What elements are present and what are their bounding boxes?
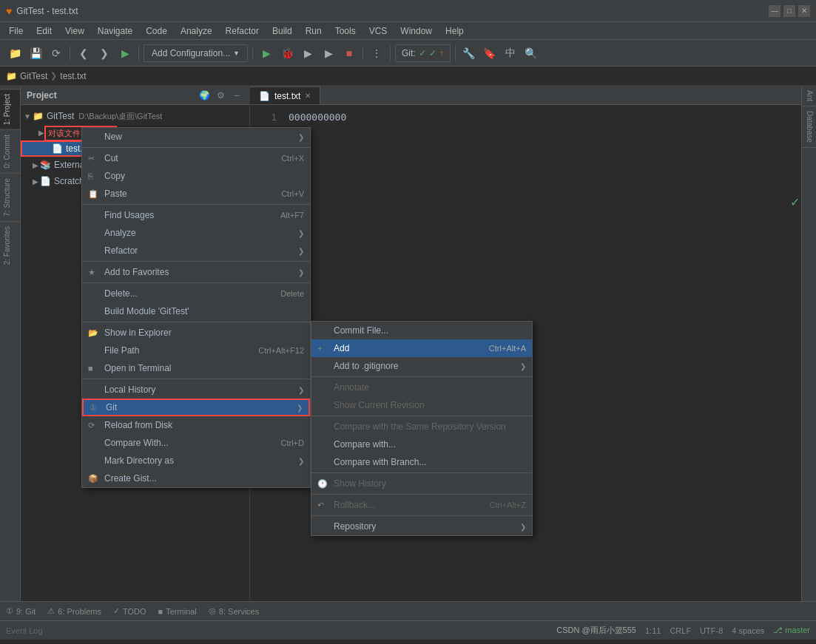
minimize-button[interactable]: —	[769, 5, 780, 17]
file-icon-test: 📄	[52, 143, 63, 154]
menu-edit[interactable]: Edit	[30, 24, 58, 38]
folder-icon-root: 📁	[33, 111, 44, 121]
ctx-open-terminal[interactable]: ■ Open in Terminal	[82, 359, 310, 377]
menu-help[interactable]: Help	[439, 24, 470, 38]
ctx-compare[interactable]: Compare With... Ctrl+D	[82, 434, 310, 452]
status-branch[interactable]: ⎇ master	[773, 626, 810, 635]
bottom-git[interactable]: ① 9: Git	[6, 606, 36, 616]
tree-root[interactable]: ▼ 📁 GitTest D:\Backup\桌面\GitTest	[21, 108, 249, 124]
ctx-analyze[interactable]: Analyze ❯	[82, 224, 310, 242]
tab-database[interactable]: Database	[802, 106, 816, 148]
submenu-add-gitignore[interactable]: Add to .gitignore ❯	[311, 357, 532, 375]
menu-refactor[interactable]: Refactor	[220, 24, 265, 38]
toolbar-profile-btn[interactable]: ▶	[320, 44, 337, 62]
status-indent[interactable]: 4 spaces	[732, 626, 764, 635]
breadcrumb-project[interactable]: 📁	[6, 71, 17, 81]
breadcrumb-bar: 📁 GitTest ❯ test.txt	[0, 67, 816, 86]
toolbar-search-btn[interactable]: 🔍	[522, 44, 540, 62]
ctx-git[interactable]: ① Git ❯	[82, 399, 310, 416]
title-bar: ♥ GitTest - test.txt — □ ✕	[0, 0, 816, 22]
menu-navigate[interactable]: Navigate	[92, 24, 138, 38]
menu-view[interactable]: View	[59, 24, 90, 38]
breadcrumb-file[interactable]: test.txt	[60, 71, 86, 81]
context-menu: New ❯ ✂ Cut Ctrl+X ⎘ Copy 📋 Paste Ctrl+V	[81, 127, 311, 488]
ctx-build-module[interactable]: Build Module 'GitTest'	[82, 302, 310, 320]
git-checkmark-icon: ✓	[429, 48, 436, 58]
git-label-btn[interactable]: Git: ✓ ✓ ↑	[395, 44, 451, 62]
toolbar-wrench-btn[interactable]: 🔧	[460, 44, 478, 62]
toolbar-debug-btn[interactable]: 🐞	[278, 44, 296, 62]
close-button[interactable]: ✕	[798, 5, 810, 17]
tab-close-btn[interactable]: ✕	[305, 92, 311, 100]
maximize-button[interactable]: □	[783, 5, 795, 17]
submenu-rollback-icon: ↶	[317, 501, 329, 510]
toolbar-translate-btn[interactable]: 中	[502, 44, 519, 62]
menu-code[interactable]: Code	[140, 24, 173, 38]
line-number-1: 1	[262, 111, 277, 124]
menu-build[interactable]: Build	[266, 24, 298, 38]
menu-file[interactable]: File	[3, 24, 29, 38]
menu-window[interactable]: Window	[394, 24, 438, 38]
submenu-compare-branch[interactable]: Compare with Branch...	[311, 453, 532, 471]
menu-analyze[interactable]: Analyze	[175, 24, 218, 38]
ctx-refactor[interactable]: Refactor ❯	[82, 242, 310, 260]
menu-tools[interactable]: Tools	[329, 24, 362, 38]
terminal-icon: ■	[158, 607, 163, 616]
toolbar-stop-btn[interactable]: ■	[340, 44, 358, 62]
panel-tool-scope[interactable]: 🌍	[198, 89, 211, 102]
tab-project[interactable]: 1: Project	[0, 89, 20, 129]
panel-tool-close[interactable]: –	[230, 89, 243, 102]
status-crlf[interactable]: CRLF	[670, 626, 691, 635]
toolbar-coverage-btn[interactable]: ▶	[299, 44, 317, 62]
submenu-sep5	[311, 515, 532, 516]
ctx-file-path[interactable]: File Path Ctrl+Alt+F12	[82, 342, 310, 359]
tab-favorites[interactable]: 2: Favorites	[0, 221, 20, 269]
toolbar-bookmark-btn[interactable]: 🔖	[481, 44, 499, 62]
event-log-label[interactable]: Event Log	[6, 626, 43, 635]
submenu-add[interactable]: + Add Ctrl+Alt+A	[311, 339, 532, 357]
panel-tool-gear[interactable]: ⚙	[214, 89, 227, 102]
ctx-find-label: Find Usages	[104, 210, 154, 220]
menu-vcs[interactable]: VCS	[363, 24, 394, 38]
chevron-down-icon: ▼	[233, 50, 240, 57]
ctx-find-usages[interactable]: Find Usages Alt+F7	[82, 206, 310, 224]
submenu-commit[interactable]: Commit File...	[311, 322, 532, 339]
status-encoding[interactable]: UTF-8	[700, 626, 723, 635]
ctx-mark-directory[interactable]: Mark Directory as ❯	[82, 452, 310, 470]
toolbar-back-btn[interactable]: ❮	[75, 44, 92, 62]
toolbar-sync-btn[interactable]: ⟳	[47, 44, 65, 62]
toolbar-open-btn[interactable]: 📁	[6, 44, 24, 62]
ctx-create-gist[interactable]: 📦 Create Gist...	[82, 470, 310, 487]
ctx-copy[interactable]: ⎘ Copy	[82, 167, 310, 185]
bottom-terminal[interactable]: ■ Terminal	[158, 607, 197, 616]
submenu-repository[interactable]: Repository ❯	[311, 518, 532, 535]
toolbar-forward-btn[interactable]: ❯	[95, 44, 113, 62]
toolbar-save-btn[interactable]: 💾	[27, 44, 44, 62]
toolbar-play-btn[interactable]: ▶	[257, 44, 275, 62]
tab-commit[interactable]: 0: Commit	[0, 129, 20, 173]
toolbar-run-btn[interactable]: ▶	[116, 44, 134, 62]
main-layout: 1: Project 0: Commit 7: Structure 2: Fav…	[0, 86, 816, 601]
bottom-problems[interactable]: ⚠ 6: Problems	[47, 606, 101, 616]
bottom-todo[interactable]: ✓ TODO	[113, 606, 146, 616]
submenu-compare-with[interactable]: Compare with...	[311, 435, 532, 453]
menu-run[interactable]: Run	[300, 24, 328, 38]
ctx-local-history[interactable]: Local History ❯	[82, 381, 310, 399]
ctx-add-favorites[interactable]: ★ Add to Favorites ❯	[82, 263, 310, 281]
status-position[interactable]: 1:11	[645, 626, 661, 635]
ctx-new[interactable]: New ❯	[82, 128, 310, 146]
tab-ant[interactable]: Ant	[802, 86, 816, 106]
toolbar-more-btn[interactable]: ⋮	[368, 44, 385, 62]
bottom-services[interactable]: ◎ 8: Services	[209, 606, 259, 616]
toolbar-sep4	[363, 46, 363, 61]
ctx-reload[interactable]: ⟳ Reload from Disk	[82, 416, 310, 434]
title-bar-controls[interactable]: — □ ✕	[769, 5, 810, 17]
add-configuration-button[interactable]: Add Configuration... ▼	[144, 44, 248, 62]
breadcrumb-root[interactable]: GitTest	[20, 71, 47, 81]
ctx-show-explorer[interactable]: 📂 Show in Explorer	[82, 324, 310, 342]
ctx-cut[interactable]: ✂ Cut Ctrl+X	[82, 149, 310, 167]
tab-test-txt[interactable]: 📄 test.txt ✕	[250, 87, 320, 104]
ctx-delete[interactable]: Delete... Delete	[82, 285, 310, 302]
tab-structure[interactable]: 7: Structure	[0, 173, 20, 221]
ctx-paste[interactable]: 📋 Paste Ctrl+V	[82, 185, 310, 203]
